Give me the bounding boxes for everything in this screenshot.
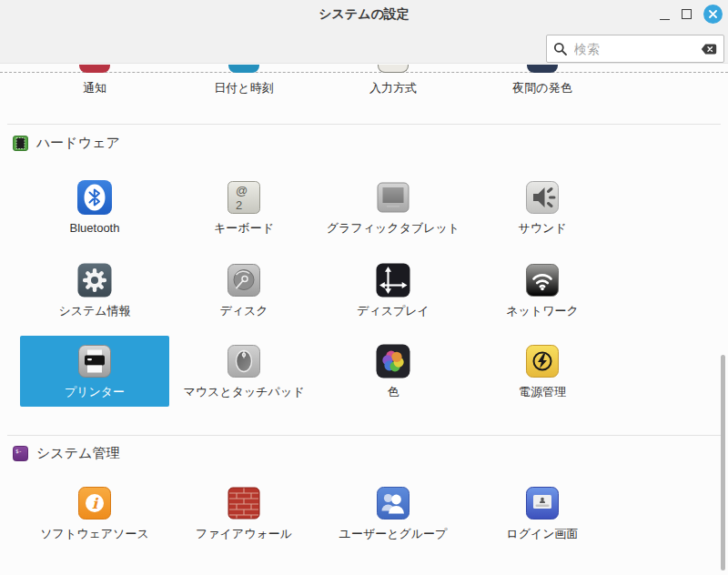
keyboard-icon: @ 2: [226, 179, 262, 216]
settings-item-label: キーボード: [214, 221, 274, 236]
settings-item-display[interactable]: ディスプレイ: [318, 255, 468, 326]
system-settings-window: システムの設定: [0, 0, 728, 575]
settings-item-power[interactable]: 電源管理: [468, 336, 617, 407]
settings-item-label: サウンド: [518, 221, 566, 236]
search-box[interactable]: [546, 35, 724, 63]
section-separator: [7, 435, 721, 436]
settings-item-label: ディスク: [219, 304, 268, 318]
settings-item-label: ソフトウェアソース: [40, 527, 148, 541]
settings-item-sound[interactable]: サウンド: [468, 172, 617, 243]
window-title: システムの設定: [0, 6, 728, 23]
administration-row-1: i ソフトウェアソース ファイアウォール: [20, 478, 621, 549]
night-light-icon: [527, 65, 558, 73]
svg-text:2: 2: [236, 198, 242, 212]
settings-item-software-sources[interactable]: i ソフトウェアソース: [20, 478, 169, 549]
hardware-section-icon: [13, 136, 28, 151]
titlebar[interactable]: システムの設定: [0, 0, 728, 27]
sound-icon: [524, 179, 561, 216]
section-separator: [7, 124, 721, 125]
color-icon: [375, 343, 411, 379]
settings-item-firewall[interactable]: ファイアウォール: [169, 478, 318, 549]
hardware-row-2: システム情報 ディスク: [20, 255, 621, 326]
settings-content: 通知 日付と時刻 入力方式 夜間の発色 ハードウェア: [0, 64, 728, 575]
section-title: システム管理: [36, 445, 119, 462]
search-input[interactable]: [574, 42, 701, 56]
graphics-tablet-icon: [375, 179, 411, 216]
bluetooth-icon: [76, 179, 113, 216]
login-screen-icon: [524, 485, 561, 521]
disks-icon: [226, 262, 262, 298]
hardware-row-1: Bluetooth @ 2 キーボード: [20, 172, 621, 243]
notifications-icon: [79, 65, 110, 73]
section-header-administration: $- システム管理: [13, 445, 119, 462]
maximize-button[interactable]: [682, 9, 692, 19]
peek-row: 通知 日付と時刻 入力方式 夜間の発色: [20, 65, 621, 96]
clear-search-icon[interactable]: [701, 44, 717, 55]
settings-item-label: ファイアウォール: [196, 527, 292, 541]
settings-item-label: 通知: [83, 80, 106, 96]
settings-item-label: ネットワーク: [506, 304, 579, 318]
settings-item-label: グラフィックタブレット: [327, 221, 460, 236]
settings-item-disks[interactable]: ディスク: [169, 255, 318, 326]
administration-section-icon: $-: [13, 446, 28, 461]
window-header: システムの設定: [0, 0, 728, 64]
settings-item-label: プリンター: [65, 385, 125, 399]
close-button[interactable]: [703, 5, 723, 24]
settings-item-label: 入力方式: [369, 80, 417, 96]
hardware-row-3: プリンター マウスとタッチパッド: [20, 336, 621, 407]
settings-item-login-screen[interactable]: ログイン画面: [468, 478, 617, 549]
system-info-icon: [76, 262, 113, 298]
svg-text:$-: $-: [15, 448, 22, 454]
vertical-scrollbar[interactable]: [721, 355, 725, 570]
settings-item-system-info[interactable]: システム情報: [20, 255, 169, 326]
settings-item-input-method[interactable]: 入力方式: [318, 65, 468, 96]
search-icon: [553, 42, 568, 56]
minimize-button[interactable]: [660, 7, 670, 20]
settings-item-label: 色: [388, 385, 399, 399]
close-icon: [709, 10, 717, 18]
settings-item-label: ディスプレイ: [357, 304, 430, 318]
settings-item-night-light[interactable]: 夜間の発色: [468, 65, 617, 96]
settings-item-label: Bluetooth: [70, 221, 120, 236]
settings-item-users-groups[interactable]: ユーザーとグループ: [318, 478, 468, 549]
settings-item-color[interactable]: 色: [318, 336, 468, 407]
settings-item-label: 電源管理: [519, 385, 566, 399]
settings-item-date-time[interactable]: 日付と時刻: [169, 65, 318, 96]
software-sources-icon: i: [76, 485, 113, 521]
settings-item-network[interactable]: ネットワーク: [468, 255, 617, 326]
display-icon: [375, 262, 411, 298]
settings-item-label: 日付と時刻: [214, 80, 273, 96]
settings-item-label: ログイン画面: [506, 527, 578, 541]
settings-item-label: マウスとタッチパッド: [183, 385, 304, 399]
settings-item-bluetooth[interactable]: Bluetooth: [20, 172, 169, 243]
settings-item-label: システム情報: [58, 304, 130, 318]
settings-item-mouse-touchpad[interactable]: マウスとタッチパッド: [169, 336, 318, 407]
settings-item-printers[interactable]: プリンター: [20, 336, 169, 407]
settings-item-graphics-tablet[interactable]: グラフィックタブレット: [318, 172, 468, 243]
users-groups-icon: [375, 485, 411, 521]
settings-item-keyboard[interactable]: @ 2 キーボード: [169, 172, 318, 243]
input-method-icon: [378, 65, 409, 73]
settings-item-notifications[interactable]: 通知: [20, 65, 169, 96]
settings-item-label: ユーザーとグループ: [339, 527, 448, 541]
date-time-icon: [228, 65, 259, 73]
window-controls: [660, 0, 723, 27]
svg-text:@: @: [236, 184, 248, 197]
settings-item-label: 夜間の発色: [512, 80, 571, 96]
section-header-hardware: ハードウェア: [13, 135, 120, 152]
network-icon: [524, 262, 561, 298]
mouse-touchpad-icon: [226, 343, 262, 379]
firewall-icon: [226, 485, 262, 521]
power-icon: [524, 343, 561, 379]
section-title: ハードウェア: [36, 135, 120, 152]
printers-icon: [76, 343, 113, 379]
